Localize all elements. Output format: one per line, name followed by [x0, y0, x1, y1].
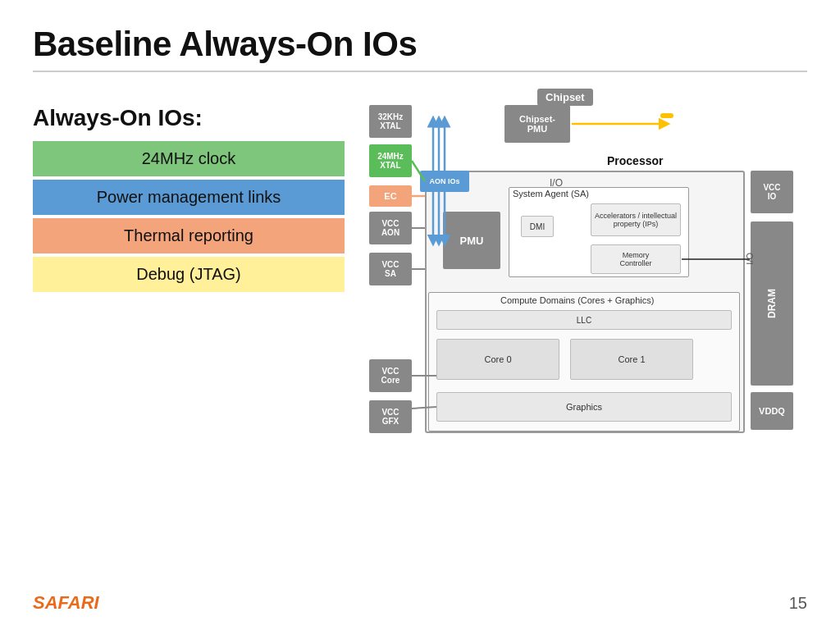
box-dmi: DMI	[521, 216, 554, 237]
box-llc: LLC	[436, 310, 732, 330]
slide: Baseline Always-On IOs Always-On IOs: 24…	[0, 0, 840, 630]
box-pmu: PMU	[443, 212, 500, 269]
box-ec: EC	[369, 185, 412, 207]
box-core0: Core 0	[436, 339, 559, 380]
box-24mhz-xtal: 24MHzXTAL	[369, 144, 412, 177]
right-panel: Chipset 32KHzXTAL 24MHzXTAL EC VCCAON	[369, 89, 807, 441]
box-chipset-pmu: Chipset-PMU	[504, 105, 570, 143]
box-graphics: Graphics	[436, 392, 732, 422]
left-panel: Always-On IOs: 24MHz clock Power managem…	[33, 105, 345, 295]
box-vcc-gfx: VCCGFX	[369, 400, 412, 433]
io-item-thermal: Thermal reporting	[33, 218, 345, 253]
footer: SAFARI 15	[33, 592, 807, 614]
box-aon-ios: AON IOs	[420, 171, 469, 192]
io-item-power: Power management links	[33, 180, 345, 215]
box-accelerators: Accelerators / intellectualproperty (IPs…	[591, 203, 681, 236]
aon-label: Always-On IOs:	[33, 105, 345, 131]
box-dram: DRAM	[751, 221, 793, 386]
box-vddq: VDDQ	[751, 392, 793, 430]
box-memory-controller: MemoryController	[591, 244, 681, 274]
box-vcc-sa: VCCSA	[369, 253, 412, 285]
chipset-label: Chipset	[537, 89, 593, 106]
page-number: 15	[789, 594, 807, 613]
box-vcc-aon: VCCAON	[369, 212, 412, 244]
processor-label: Processor	[607, 154, 663, 167]
io-vertical-label: I/O	[745, 253, 755, 265]
debug-badge	[660, 113, 673, 118]
safari-logo: SAFARI	[33, 592, 99, 614]
box-32khz-xtal: 32KHzXTAL	[369, 105, 412, 138]
box-core1: Core 1	[570, 339, 693, 380]
diagram: Chipset 32KHzXTAL 24MHzXTAL EC VCCAON	[369, 89, 804, 441]
io-item-debug: Debug (JTAG)	[33, 257, 345, 292]
content-area: Always-On IOs: 24MHz clock Power managem…	[33, 89, 807, 441]
compute-domains-label: Compute Domains (Cores + Graphics)	[500, 295, 654, 305]
box-vcc-core: VCCCore	[369, 359, 412, 392]
io-item-clock: 24MHz clock	[33, 141, 345, 176]
box-vcc-io: VCCIO	[751, 171, 793, 213]
slide-title: Baseline Always-On IOs	[33, 25, 807, 72]
system-agent-label: System Agent (SA)	[513, 189, 589, 199]
